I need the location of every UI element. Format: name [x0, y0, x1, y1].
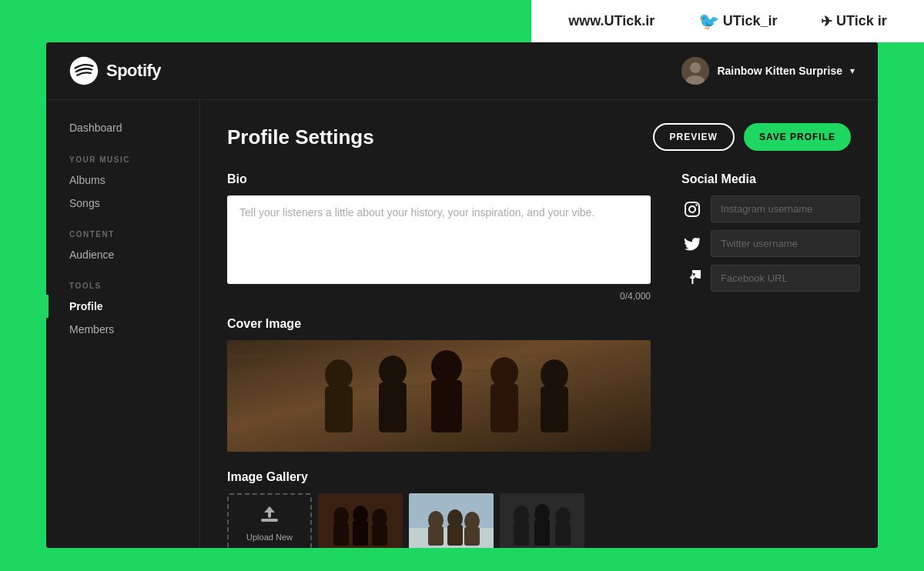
content-area: Profile Settings PREVIEW SAVE PROFILE Bi… — [200, 100, 878, 548]
svg-rect-10 — [325, 386, 353, 432]
svg-rect-44 — [555, 523, 571, 546]
svg-rect-40 — [514, 521, 529, 546]
image-gallery-section: Image Gallery — [227, 470, 651, 548]
svg-rect-42 — [534, 519, 550, 546]
instagram-icon — [681, 199, 703, 220]
watermark-telegram-handle: UTick ir — [836, 13, 887, 29]
sidebar-section-tools: TOOLS — [46, 266, 199, 295]
svg-rect-28 — [372, 524, 387, 546]
spotify-icon — [69, 56, 99, 85]
gallery-upload-box[interactable]: Upload New — [227, 493, 312, 548]
instagram-input[interactable] — [711, 195, 860, 222]
page-title: Profile Settings — [227, 125, 374, 149]
sidebar-item-audience[interactable]: Audience — [46, 243, 199, 266]
header-user[interactable]: Rainbow Kitten Surprise ▾ — [681, 57, 855, 85]
social-row-facebook — [681, 265, 851, 292]
cover-image-label: Cover Image — [227, 317, 651, 331]
social-media-label: Social Media — [681, 172, 851, 186]
two-col-layout: Bio 0/4,000 Cover Image — [227, 172, 851, 548]
sidebar-section-your-music: YOUR MUSIC — [46, 140, 199, 169]
svg-point-2 — [690, 62, 701, 73]
svg-marker-21 — [264, 506, 275, 513]
svg-point-17 — [541, 359, 568, 390]
svg-point-0 — [70, 57, 98, 85]
gallery-image-1[interactable] — [318, 493, 403, 548]
svg-point-11 — [379, 356, 407, 386]
telegram-icon: ✈ — [821, 13, 832, 30]
sidebar-section-content: CONTENT — [46, 215, 199, 243]
gallery-image-3[interactable] — [500, 493, 584, 548]
header-buttons: PREVIEW SAVE PROFILE — [653, 123, 851, 151]
image-gallery-label: Image Gallery — [227, 470, 651, 484]
cover-image-section: Cover Image — [227, 317, 651, 452]
watermark-twitter: 🐦 UTick_ir — [698, 12, 778, 32]
upload-icon — [259, 503, 280, 529]
cover-image-placeholder — [227, 340, 651, 452]
cover-image-box[interactable] — [227, 340, 651, 452]
sidebar-item-dashboard[interactable]: Dashboard — [46, 115, 199, 140]
social-row-instagram — [681, 195, 851, 222]
social-row-twitter — [681, 230, 851, 257]
twitter-input[interactable] — [711, 230, 860, 257]
page-header: Profile Settings PREVIEW SAVE PROFILE — [227, 123, 851, 151]
side-column: Social Media — [681, 172, 851, 548]
svg-rect-18 — [541, 386, 568, 432]
upload-label-text: Upload New — [246, 533, 293, 542]
svg-rect-26 — [353, 521, 368, 546]
bio-section: Bio 0/4,000 — [227, 172, 651, 302]
bio-textarea[interactable] — [227, 195, 651, 284]
watermark-twitter-handle: UTick_ir — [723, 13, 778, 29]
svg-point-9 — [325, 359, 353, 390]
watermark-website: www.UTick.ir — [568, 13, 654, 29]
preview-button[interactable]: PREVIEW — [653, 123, 735, 151]
bio-char-count: 0/4,000 — [227, 291, 651, 302]
save-profile-button[interactable]: SAVE PROFILE — [744, 123, 851, 151]
bio-label: Bio — [227, 172, 651, 186]
app-container: Spotify Rainbow Kitten Surprise ▾ Dashbo… — [46, 42, 878, 548]
watermark-telegram: ✈ UTick ir — [821, 13, 887, 30]
sidebar-item-profile[interactable]: Profile — [46, 295, 199, 318]
svg-rect-37 — [464, 527, 480, 546]
svg-point-47 — [695, 204, 697, 205]
svg-rect-14 — [431, 380, 462, 432]
sidebar: Dashboard YOUR MUSIC Albums Songs CONTEN… — [46, 100, 200, 548]
user-name: Rainbow Kitten Surprise — [717, 65, 842, 77]
sidebar-item-albums[interactable]: Albums — [46, 169, 199, 192]
user-avatar — [681, 57, 709, 85]
svg-point-46 — [689, 206, 695, 212]
sidebar-item-songs[interactable]: Songs — [46, 192, 199, 215]
svg-rect-35 — [447, 525, 463, 546]
svg-rect-24 — [333, 523, 349, 546]
social-inputs — [681, 195, 851, 292]
svg-point-13 — [431, 350, 462, 384]
sidebar-item-members[interactable]: Members — [46, 318, 199, 341]
twitter-icon: 🐦 — [698, 12, 719, 32]
svg-rect-33 — [428, 526, 444, 546]
svg-point-15 — [490, 357, 518, 388]
svg-rect-12 — [379, 382, 407, 432]
svg-rect-16 — [490, 384, 518, 432]
watermark-bar: www.UTick.ir 🐦 UTick_ir ✈ UTick ir — [531, 0, 924, 42]
gallery-grid: Upload New — [227, 493, 651, 548]
app-header: Spotify Rainbow Kitten Surprise ▾ — [46, 42, 878, 100]
twitter-icon — [681, 233, 703, 255]
chevron-down-icon: ▾ — [850, 65, 855, 76]
facebook-input[interactable] — [711, 265, 860, 292]
spotify-logo: Spotify — [69, 56, 161, 85]
spotify-name-text: Spotify — [106, 61, 161, 81]
gallery-image-2[interactable] — [409, 493, 494, 548]
svg-rect-19 — [261, 519, 278, 522]
main-column: Bio 0/4,000 Cover Image — [227, 172, 651, 548]
facebook-icon — [681, 268, 703, 289]
main-layout: Dashboard YOUR MUSIC Albums Songs CONTEN… — [46, 100, 878, 548]
